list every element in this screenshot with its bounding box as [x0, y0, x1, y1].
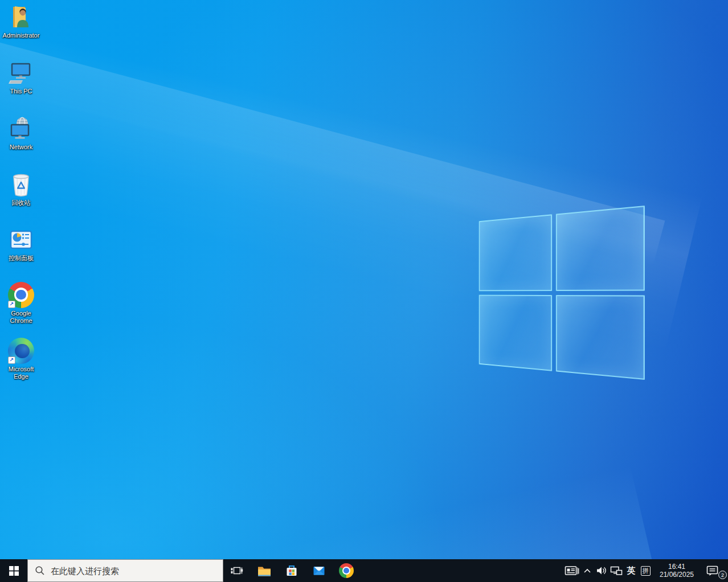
desktop-icon-network[interactable]: Network	[0, 115, 42, 151]
taskbar-empty-area	[360, 559, 562, 582]
language-indicator[interactable]: 英	[624, 559, 638, 582]
chrome-icon	[8, 281, 35, 308]
search-input[interactable]	[51, 566, 219, 576]
news-icon	[564, 565, 579, 576]
hidden-icons-button[interactable]	[581, 559, 594, 582]
network-globe-icon	[8, 115, 35, 142]
network-button[interactable]	[608, 559, 624, 582]
task-view-button[interactable]	[223, 559, 251, 582]
task-view-icon	[231, 565, 243, 576]
chrome-icon	[339, 563, 354, 578]
desktop-icon-label: Microsoft Edge	[2, 366, 40, 380]
action-center-icon	[706, 565, 719, 576]
user-folder-icon	[8, 3, 35, 30]
chevron-up-icon	[583, 568, 591, 573]
mail-icon	[312, 563, 326, 578]
windows-logo-pane	[555, 206, 645, 291]
desktop-icon-label: Network	[10, 144, 32, 151]
desktop-icon-google-chrome[interactable]: Google Chrome	[0, 281, 42, 325]
desktop-icon-administrator[interactable]: Administrator	[0, 3, 42, 39]
ime-mode-icon: 拼	[641, 566, 651, 576]
taskbar: 英 拼 16:41 21/06/2025 2	[0, 559, 728, 582]
windows-logo-pane	[479, 294, 552, 371]
clock[interactable]: 16:41 21/06/2025	[653, 559, 701, 582]
ime-mode-indicator[interactable]: 拼	[638, 559, 653, 582]
windows-start-icon	[9, 566, 19, 576]
network-icon	[610, 565, 623, 576]
desktop-icon-microsoft-edge[interactable]: Microsoft Edge	[0, 337, 42, 380]
microsoft-store-button[interactable]	[278, 559, 305, 582]
desktop-icon-this-pc[interactable]: This PC	[0, 59, 42, 95]
news-and-interests-button[interactable]	[562, 559, 581, 582]
desktop-wallpaper	[0, 0, 728, 559]
shortcut-arrow-icon	[8, 301, 15, 308]
microsoft-store-icon	[284, 563, 299, 578]
desktop-icon-recycle-bin[interactable]: 回收站	[0, 171, 42, 207]
tray-time: 16:41	[653, 563, 701, 571]
desktop-icon-control-panel[interactable]: 控制面板	[0, 226, 42, 262]
action-center-button[interactable]: 2	[701, 559, 725, 582]
windows-logo	[479, 206, 645, 380]
floor-light	[0, 410, 660, 559]
taskbar-search-box[interactable]	[27, 559, 223, 582]
file-explorer-button[interactable]	[251, 559, 278, 582]
shortcut-arrow-icon	[8, 356, 15, 364]
tray-date: 21/06/2025	[653, 571, 701, 579]
windows-logo-pane	[479, 214, 552, 290]
computer-icon	[8, 59, 35, 86]
control-panel-icon	[8, 226, 35, 253]
desktop-icon-label: This PC	[10, 88, 32, 95]
chrome-taskbar-button[interactable]	[333, 559, 360, 582]
desktop-icon-label: 回收站	[12, 199, 31, 207]
start-button[interactable]	[0, 559, 27, 582]
windows-logo-pane	[555, 295, 645, 380]
desktop-icon-label: 控制面板	[9, 255, 34, 262]
recycle-bin-icon	[8, 171, 35, 198]
mail-button[interactable]	[305, 559, 333, 582]
search-icon	[35, 565, 45, 576]
desktop-icon-label: Administrator	[3, 32, 40, 39]
notification-badge: 2	[718, 571, 727, 579]
system-tray: 英 拼 16:41 21/06/2025 2	[562, 559, 728, 582]
file-explorer-icon	[257, 563, 272, 578]
edge-icon	[8, 337, 35, 364]
volume-icon	[596, 566, 607, 575]
volume-button[interactable]	[594, 559, 608, 582]
desktop-icon-label: Google Chrome	[2, 310, 40, 325]
